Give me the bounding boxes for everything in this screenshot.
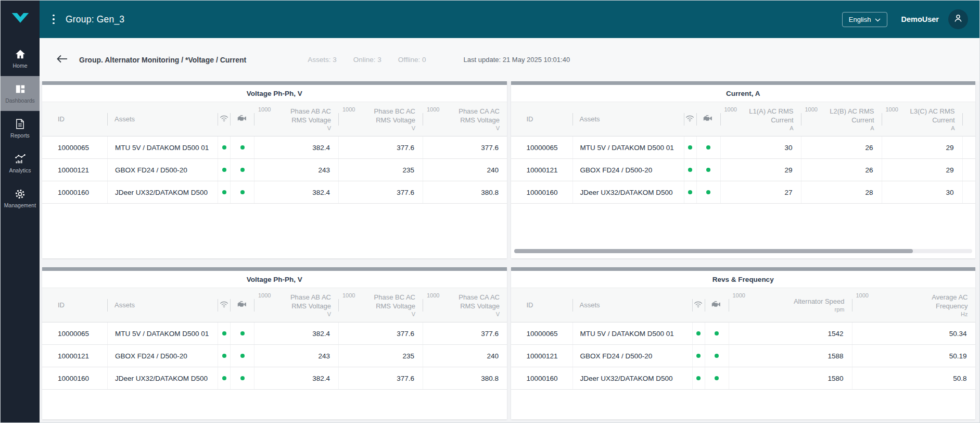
- column-header-value: 1000Average AC FrequencyHz: [852, 288, 975, 322]
- table-row[interactable]: 10000160JDeer UX32/DATAKOM D500382.4377.…: [42, 367, 507, 390]
- kebab-menu-icon[interactable]: [49, 13, 58, 26]
- cell-value: 50.34: [852, 322, 975, 344]
- table-row[interactable]: 10000121GBOX FD24 / D500-20292629: [511, 159, 976, 181]
- table-row[interactable]: 10000065MTU 5V / DATAKOM D500 01302629: [511, 136, 976, 159]
- cell-id: 10000160: [42, 181, 107, 203]
- column-unit: V: [274, 125, 331, 132]
- sidebar-nav: HomeDashboardsReportsAnalyticsManagement: [1, 38, 40, 216]
- sidebar: HomeDashboardsReportsAnalyticsManagement: [1, 1, 40, 422]
- column-header-engine: [230, 102, 254, 136]
- sidebar-item-label: Analytics: [9, 167, 31, 173]
- table-row[interactable]: 10000160JDeer UX32/DATAKOM D500382.4377.…: [42, 181, 507, 204]
- sidebar-item-label: Management: [4, 202, 36, 208]
- online-status-dot: [222, 145, 226, 150]
- column-scale: 1000: [427, 106, 439, 133]
- wifi-icon: [220, 115, 228, 123]
- cell-value: 382.4: [254, 136, 338, 158]
- content-area: Group. Alternator Monitoring / *Voltage …: [40, 38, 979, 422]
- column-unit: V: [358, 310, 415, 318]
- last-update: Last update: 21 May 2025 10:01:40: [464, 56, 570, 64]
- table-row[interactable]: 10000121GBOX FD24 / D500-20243235240: [42, 345, 507, 367]
- cell-value: 377.6: [338, 181, 423, 203]
- cell-engine-status: [230, 136, 254, 158]
- cell-asset: GBOX FD24 / D500-20: [572, 159, 684, 181]
- online-status-dot: [222, 376, 226, 380]
- user-avatar[interactable]: [948, 9, 968, 29]
- wifi-icon: [694, 301, 703, 309]
- language-selector[interactable]: English: [842, 12, 888, 27]
- cell-connection-status: [218, 367, 230, 389]
- column-header-assets: Assets: [572, 288, 692, 322]
- column-header-value: 1000Alternator Speedrpm: [729, 288, 852, 322]
- column-scale: 1000: [342, 106, 355, 133]
- sidebar-item-analytics[interactable]: Analytics: [1, 146, 40, 181]
- app-logo[interactable]: [1, 1, 40, 38]
- table-row[interactable]: 10000160JDeer UX32/DATAKOM D500158050.8: [511, 367, 976, 390]
- cell-engine-status: [230, 322, 254, 344]
- cell-asset: JDeer UX32/DATAKOM D500: [107, 367, 218, 389]
- username: DemoUser: [901, 15, 939, 23]
- column-header-value: 1000L2(B) AC RMS CurrentA: [801, 102, 882, 136]
- cell-value: 26: [801, 159, 882, 181]
- cell-value: 28: [801, 181, 882, 203]
- cell-value: 235: [338, 159, 423, 181]
- table-row[interactable]: 10000065MTU 5V / DATAKOM D500 01382.4377…: [42, 322, 507, 345]
- cell-asset: GBOX FD24 / D500-20: [107, 159, 218, 181]
- main-area: Group: Gen_3 English DemoUser: [40, 1, 979, 422]
- column-label: Average AC FrequencyHz: [911, 293, 968, 318]
- cell-engine-status: [705, 322, 729, 344]
- sidebar-item-management[interactable]: Management: [1, 181, 40, 216]
- table-row[interactable]: 10000160JDeer UX32/DATAKOM D500272830: [511, 181, 976, 204]
- column-unit: V: [358, 125, 415, 132]
- panel-current-a: Current, AIDAssets1000L1(A) AC RMS Curre…: [511, 81, 976, 258]
- horizontal-scrollbar-thumb[interactable]: [514, 249, 913, 253]
- app-root: HomeDashboardsReportsAnalyticsManagement…: [0, 0, 980, 423]
- table-row[interactable]: 10000065MTU 5V / DATAKOM D500 01154250.3…: [511, 322, 976, 345]
- table-header-row: IDAssets1000Alternator Speedrpm1000Avera…: [511, 288, 976, 322]
- cell-connection-status: [218, 345, 230, 367]
- table-header-row: IDAssets1000Phase AB AC RMS VoltageV1000…: [42, 288, 507, 322]
- sidebar-item-reports[interactable]: Reports: [1, 111, 40, 146]
- cell-connection-status: [692, 322, 705, 344]
- back-arrow-icon: [56, 55, 68, 65]
- group-title: Group: Gen_3: [66, 14, 124, 25]
- cell-value: 380.8: [423, 367, 507, 389]
- cell-asset: MTU 5V / DATAKOM D500 01: [572, 322, 692, 344]
- sidebar-item-label: Home: [12, 63, 27, 69]
- panel-voltage-ph-ph-v: Voltage Ph-Ph, VIDAssets1000Phase AB AC …: [42, 267, 507, 419]
- cell-value: 27: [720, 181, 801, 203]
- sidebar-item-dashboards[interactable]: Dashboards: [1, 76, 40, 111]
- column-label: Alternator Speedrpm: [794, 297, 845, 314]
- asset-table: IDAssets1000Phase AB AC RMS VoltageV1000…: [42, 288, 507, 390]
- sidebar-item-home[interactable]: Home: [1, 41, 40, 76]
- engine-icon: [703, 115, 713, 123]
- back-arrow-button[interactable]: [55, 53, 69, 67]
- column-unit: Hz: [911, 310, 968, 318]
- cell-id: 10000065: [42, 322, 107, 344]
- cell-id: 10000160: [511, 181, 572, 203]
- column-unit: A: [737, 125, 794, 132]
- cell-engine-status: [696, 136, 720, 158]
- cell-connection-status: [692, 367, 705, 389]
- cell-value: 382.4: [254, 322, 338, 344]
- column-label: Phase CA AC RMS VoltageV: [442, 293, 500, 318]
- cell-engine-status: [230, 181, 254, 203]
- column-scale: 1000: [886, 106, 898, 133]
- table-row[interactable]: 10000121GBOX FD24 / D500-20243235240: [42, 159, 507, 181]
- person-icon: [953, 13, 963, 26]
- cell-asset: MTU 5V / DATAKOM D500 01: [107, 322, 218, 344]
- column-label: Phase CA AC RMS VoltageV: [442, 107, 500, 132]
- engine-status-dot: [706, 190, 710, 194]
- assets-count: Assets: 3: [308, 56, 337, 64]
- cell-id: 10000160: [511, 367, 572, 389]
- table-row[interactable]: 10000121GBOX FD24 / D500-20158850.19: [511, 345, 976, 367]
- column-label: Phase AB AC RMS VoltageV: [274, 293, 331, 318]
- engine-status-dot: [706, 168, 710, 172]
- column-header-value: 1000Phase BC AC RMS VoltageV: [338, 288, 423, 322]
- cell-id: 10000121: [42, 159, 107, 181]
- cell-connection-status: [684, 136, 696, 158]
- cell-value: 50.8: [852, 367, 975, 389]
- table-row[interactable]: 10000065MTU 5V / DATAKOM D500 01382.4377…: [42, 136, 507, 159]
- online-status-dot: [222, 331, 226, 335]
- cell-value: 26: [801, 136, 882, 158]
